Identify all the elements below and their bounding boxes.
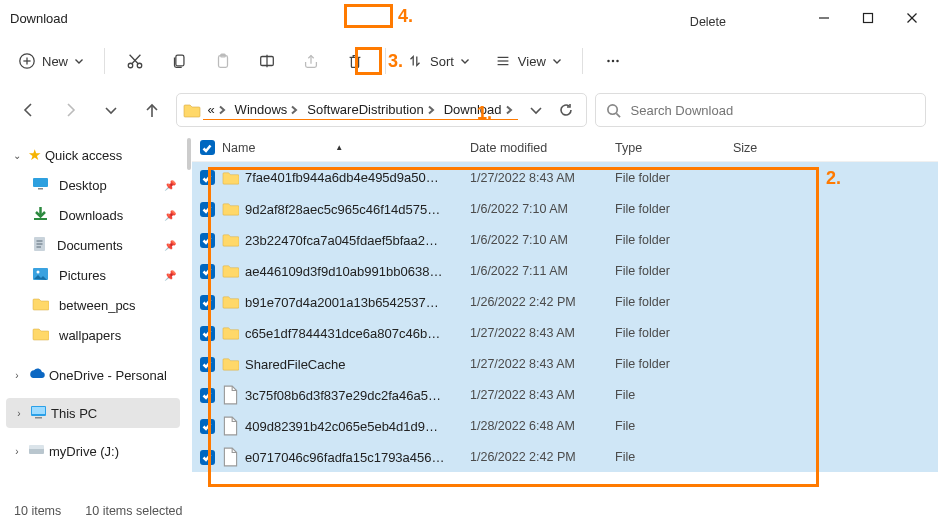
row-checkbox[interactable]: [192, 419, 222, 434]
sort-button[interactable]: Sort: [396, 43, 480, 79]
table-row[interactable]: 9d2af8f28aec5c965c46f14d57561497 1/6/202…: [192, 193, 938, 224]
row-checkbox[interactable]: [192, 295, 222, 310]
main: ⌄ ★ Quick access Desktop📌Downloads📌Docum…: [0, 134, 938, 497]
row-checkbox[interactable]: [192, 357, 222, 372]
breadcrumb-segment[interactable]: Download: [440, 100, 518, 119]
copy-button[interactable]: [159, 43, 199, 79]
table-row[interactable]: ae446109d3f9d10ab991bb0638955039 1/6/202…: [192, 255, 938, 286]
sidebar-mydrive[interactable]: › myDrive (J:): [4, 436, 182, 466]
nav-row: «WindowsSoftwareDistributionDownload: [0, 86, 938, 134]
row-checkbox[interactable]: [192, 170, 222, 185]
row-checkbox[interactable]: [192, 233, 222, 248]
forward-button[interactable]: [53, 93, 86, 127]
folder-icon: [222, 168, 239, 188]
toolbar: New Sort View: [0, 36, 938, 86]
row-type: File: [615, 388, 733, 402]
downloads-icon: [32, 206, 49, 224]
minimize-button[interactable]: [802, 3, 846, 33]
expand-icon[interactable]: ›: [10, 370, 24, 381]
sidebar-this-pc[interactable]: › This PC: [6, 398, 180, 428]
row-checkbox[interactable]: [192, 264, 222, 279]
quick-access-label: Quick access: [45, 148, 122, 163]
recent-button[interactable]: [94, 93, 127, 127]
back-button[interactable]: [12, 93, 45, 127]
row-type: File folder: [615, 202, 733, 216]
row-checkbox[interactable]: [192, 326, 222, 341]
breadcrumb-segment[interactable]: SoftwareDistribution: [303, 100, 439, 119]
status-selected: 10 items selected: [85, 504, 182, 518]
address-bar[interactable]: «WindowsSoftwareDistributionDownload: [176, 93, 586, 127]
expand-icon[interactable]: ›: [10, 446, 24, 457]
delete-button[interactable]: [335, 43, 375, 79]
copy-icon: [170, 52, 188, 70]
sidebar-item-label: Pictures: [59, 268, 106, 283]
history-dropdown[interactable]: [522, 93, 550, 127]
svg-point-35: [37, 270, 40, 273]
svg-point-24: [607, 104, 616, 113]
table-row[interactable]: 7fae401fb944a6db4e495d9a50e29fa1 1/27/20…: [192, 162, 938, 193]
table-row[interactable]: SharedFileCache 1/27/2022 8:43 AM File f…: [192, 348, 938, 379]
chevron-right-icon: [289, 105, 299, 115]
folder-icon: [222, 354, 239, 374]
row-checkbox[interactable]: [192, 202, 222, 217]
table-row[interactable]: 409d82391b42c065e5eb4d1d9e9e0ac8... 1/28…: [192, 410, 938, 441]
search-box[interactable]: [595, 93, 927, 127]
search-input[interactable]: [631, 103, 916, 118]
select-all-checkbox[interactable]: [192, 140, 222, 155]
column-name[interactable]: Name ▲: [222, 141, 470, 155]
row-checkbox[interactable]: [192, 450, 222, 465]
row-date: 1/26/2022 2:42 PM: [470, 450, 615, 464]
sidebar-item[interactable]: Desktop📌: [4, 170, 182, 200]
row-name: 7fae401fb944a6db4e495d9a50e29fa1: [245, 170, 445, 185]
column-date[interactable]: Date modified: [470, 141, 615, 155]
svg-point-7: [128, 63, 133, 68]
pc-icon: [30, 405, 47, 422]
collapse-icon[interactable]: ⌄: [10, 150, 24, 161]
sidebar-item[interactable]: Documents📌: [4, 230, 182, 260]
table-row[interactable]: 3c75f08b6d3f837e29dc2fa46a5da1b52... 1/2…: [192, 379, 938, 410]
row-name: 3c75f08b6d3f837e29dc2fa46a5da1b52...: [245, 388, 445, 403]
delete-tooltip: Delete: [684, 13, 732, 31]
sidebar-quick-access[interactable]: ⌄ ★ Quick access: [4, 140, 182, 170]
cut-button[interactable]: [115, 43, 155, 79]
trash-icon: [346, 52, 364, 70]
table-row[interactable]: e0717046c96fadfa15c1793a456f72704e... 1/…: [192, 441, 938, 472]
table-row[interactable]: b91e707d4a2001a13b6542537ebf22fa 1/26/20…: [192, 286, 938, 317]
sidebar-item-label: Desktop: [59, 178, 107, 193]
view-button[interactable]: View: [484, 43, 572, 79]
breadcrumb-segment[interactable]: «: [203, 100, 230, 119]
row-name: e0717046c96fadfa15c1793a456f72704e...: [245, 450, 445, 465]
chevron-right-icon: [217, 105, 227, 115]
sidebar-onedrive[interactable]: › OneDrive - Personal: [4, 360, 182, 390]
row-date: 1/28/2022 6:48 AM: [470, 419, 615, 433]
sidebar-item[interactable]: Downloads📌: [4, 200, 182, 230]
close-button[interactable]: [890, 3, 934, 33]
new-button[interactable]: New: [8, 43, 94, 79]
maximize-button[interactable]: [846, 3, 890, 33]
rename-button[interactable]: [247, 43, 287, 79]
sidebar-item-label: Documents: [57, 238, 123, 253]
row-date: 1/6/2022 7:10 AM: [470, 202, 615, 216]
more-button[interactable]: [593, 43, 633, 79]
up-icon: [144, 102, 160, 118]
mydrive-label: myDrive (J:): [49, 444, 119, 459]
table-row[interactable]: c65e1df7844431dce6a807c46b07e9a5 1/27/20…: [192, 317, 938, 348]
paste-button[interactable]: [203, 43, 243, 79]
view-label: View: [518, 54, 546, 69]
sidebar-item[interactable]: wallpapers: [4, 320, 182, 350]
expand-icon[interactable]: ›: [12, 408, 26, 419]
column-type[interactable]: Type: [615, 141, 733, 155]
sidebar-item[interactable]: Pictures📌: [4, 260, 182, 290]
row-type: File folder: [615, 295, 733, 309]
breadcrumb-segment[interactable]: Windows: [231, 100, 304, 119]
table-row[interactable]: 23b22470fca7a045fdaef5bfaa23fe35 1/6/202…: [192, 224, 938, 255]
share-button[interactable]: [291, 43, 331, 79]
row-type: File: [615, 450, 733, 464]
column-size[interactable]: Size: [733, 141, 803, 155]
chevron-down-icon: [103, 102, 119, 118]
sidebar-item[interactable]: between_pcs: [4, 290, 182, 320]
refresh-button[interactable]: [552, 93, 580, 127]
up-button[interactable]: [135, 93, 168, 127]
row-name: SharedFileCache: [245, 357, 345, 372]
row-checkbox[interactable]: [192, 388, 222, 403]
